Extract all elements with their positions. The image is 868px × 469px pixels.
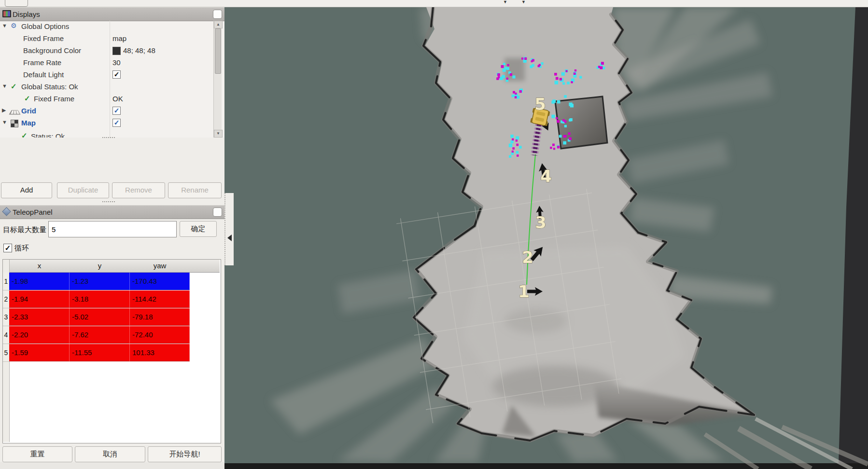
loop-label: 循环 (14, 244, 29, 253)
add-button[interactable]: Add (1, 182, 52, 198)
tree-label[interactable]: Status: Ok (31, 132, 65, 138)
bottom-dark-strip (224, 463, 868, 469)
teleop-panel: TeleopPanel 目标最大数量 确定 ✓ 循环 x y yaw 1 -1.… (0, 205, 224, 462)
map-3d-view[interactable]: 1 2 3 4 5 (224, 7, 868, 469)
checkbox-checked[interactable]: ✓ (112, 107, 121, 115)
cell-x[interactable]: -2.20 (9, 326, 70, 344)
status-ok-check-icon: ✓ (11, 82, 17, 91)
tree-label[interactable]: Frame Rate (23, 58, 61, 67)
cell-x[interactable]: -2.33 (9, 308, 70, 326)
cell-yaw[interactable]: -72.40 (130, 326, 190, 344)
tree-label[interactable]: Fixed Frame (23, 34, 64, 42)
panel-float-button[interactable] (213, 207, 222, 217)
tree-label[interactable]: Global Status: Ok (21, 83, 78, 91)
collapsed-expander-icon[interactable]: ▶ (2, 107, 6, 113)
tree-label[interactable]: Global Options (21, 22, 69, 30)
cell-x[interactable]: -1.94 (9, 290, 70, 308)
reset-button[interactable]: 重置 (2, 446, 72, 462)
table-row[interactable]: 4 -2.20 -7.62 -72.40 (3, 326, 221, 344)
row-number[interactable]: 5 (3, 344, 10, 362)
tree-value[interactable]: 30 (112, 58, 121, 67)
panel-bottom-strip (0, 462, 224, 469)
cell-yaw[interactable]: 101.33 (130, 344, 190, 361)
tree-row-grid[interactable]: ▶ Grid ✓ (0, 105, 213, 117)
tree-row-map-status-partial[interactable]: ✓ Status: Ok (0, 129, 213, 138)
collapse-expander-icon[interactable]: ▼ (2, 23, 7, 28)
row-number[interactable]: 2 (3, 290, 10, 308)
row-number[interactable]: 4 (3, 326, 10, 344)
displays-panel-header[interactable]: Displays (0, 7, 224, 21)
rename-button[interactable]: Rename (168, 182, 222, 198)
cell-x[interactable]: -1.98 (9, 273, 70, 290)
column-header-y[interactable]: y (70, 260, 130, 273)
cell-y[interactable]: -5.02 (70, 308, 130, 326)
dropdown-arrow-icon[interactable]: ▼ (503, 0, 507, 4)
checkbox-checked[interactable]: ✓ (112, 70, 121, 79)
cell-y[interactable]: -3.18 (70, 290, 130, 308)
loop-checkbox[interactable]: ✓ (3, 244, 12, 252)
max-goals-input[interactable] (48, 221, 177, 237)
tree-scrollbar[interactable]: ▲ ▼ (213, 21, 222, 138)
table-row[interactable]: 2 -1.94 -3.18 -114.42 (3, 290, 221, 308)
tree-row-map[interactable]: ▼ Map ✓ (0, 117, 213, 129)
dropdown-arrow-icon[interactable]: ▼ (521, 0, 526, 4)
tree-row-fixed-frame-status[interactable]: ✓ Fixed Frame OK (0, 93, 213, 105)
color-swatch[interactable] (112, 47, 121, 55)
tree-row-default-light[interactable]: Default Light ✓ (0, 69, 213, 81)
column-header-x[interactable]: x (9, 260, 70, 273)
tree-row-background-color[interactable]: Background Color 48; 48; 48 (0, 45, 213, 57)
cell-yaw[interactable]: -170.43 (130, 273, 190, 290)
tree-label[interactable]: Default Light (23, 70, 64, 79)
tree-label[interactable]: Fixed Frame (34, 95, 74, 103)
teleop-panel-header[interactable]: TeleopPanel (0, 205, 224, 219)
teleop-panel-icon (2, 207, 11, 216)
waypoint-label-1: 1 (518, 282, 530, 301)
tree-row-global-status[interactable]: ▼ ✓ Global Status: Ok (0, 81, 213, 93)
table-row[interactable]: 5 -1.59 -11.55 101.33 (3, 344, 221, 362)
row-number[interactable]: 1 (3, 273, 10, 290)
row-number[interactable]: 3 (3, 308, 10, 326)
tree-value[interactable]: map (112, 34, 126, 42)
cell-x[interactable]: -1.59 (9, 344, 70, 361)
tree-row-fixed-frame[interactable]: Fixed Frame map (0, 33, 213, 45)
splitter-handle[interactable] (102, 201, 115, 204)
tree-label[interactable]: Background Color (23, 46, 81, 55)
waypoint-label-5: 5 (534, 95, 546, 114)
cell-y[interactable]: -11.55 (70, 344, 130, 361)
confirm-button[interactable]: 确定 (180, 221, 217, 237)
tree-label[interactable]: Grid (21, 107, 36, 115)
status-ok-check-icon: ✓ (24, 94, 30, 103)
remove-button[interactable]: Remove (112, 182, 165, 198)
collapse-expander-icon[interactable]: ▼ (2, 119, 7, 125)
empty-header (190, 260, 220, 273)
tree-row-frame-rate[interactable]: Frame Rate 30 (0, 57, 213, 69)
waypoint-label-4: 4 (540, 166, 552, 186)
tree-value[interactable]: 48; 48; 48 (123, 46, 155, 55)
scroll-up-icon[interactable]: ▲ (214, 21, 223, 28)
panel-collapse-handle[interactable] (224, 193, 234, 265)
table-row[interactable]: 3 -2.33 -5.02 -79.18 (3, 308, 221, 326)
splitter-handle[interactable] (102, 137, 115, 140)
start-navigation-button[interactable]: 开始导航! (148, 446, 222, 462)
column-header-yaw[interactable]: yaw (130, 260, 190, 273)
displays-panel: Displays ▼ ⚙ Global Options Fixed Frame … (0, 7, 224, 138)
scrollbar-thumb[interactable] (215, 28, 221, 74)
panel-float-button[interactable] (213, 10, 222, 19)
cell-y[interactable]: -7.62 (70, 326, 130, 344)
cell-yaw[interactable]: -79.18 (130, 308, 190, 326)
cell-yaw[interactable]: -114.42 (130, 290, 190, 308)
tree-value[interactable]: OK (112, 95, 123, 103)
scroll-down-icon[interactable]: ▼ (214, 130, 223, 138)
table-row[interactable]: 1 -1.98 -1.23 -170.43 (3, 273, 221, 290)
tree-label[interactable]: Map (21, 119, 36, 127)
waypoint-label-3: 3 (535, 213, 546, 232)
map-display-icon (11, 120, 18, 127)
tree-row-global-options[interactable]: ▼ ⚙ Global Options (0, 21, 213, 33)
cancel-button[interactable]: 取消 (75, 446, 145, 462)
checkbox-checked[interactable]: ✓ (112, 119, 121, 127)
waypoint-table[interactable]: x y yaw 1 -1.98 -1.23 -170.43 2 -1.94 -3… (2, 259, 221, 443)
cell-y[interactable]: -1.23 (70, 273, 130, 290)
collapse-expander-icon[interactable]: ▼ (2, 83, 7, 89)
toolbar-button[interactable] (5, 0, 28, 7)
duplicate-button[interactable]: Duplicate (57, 182, 109, 198)
